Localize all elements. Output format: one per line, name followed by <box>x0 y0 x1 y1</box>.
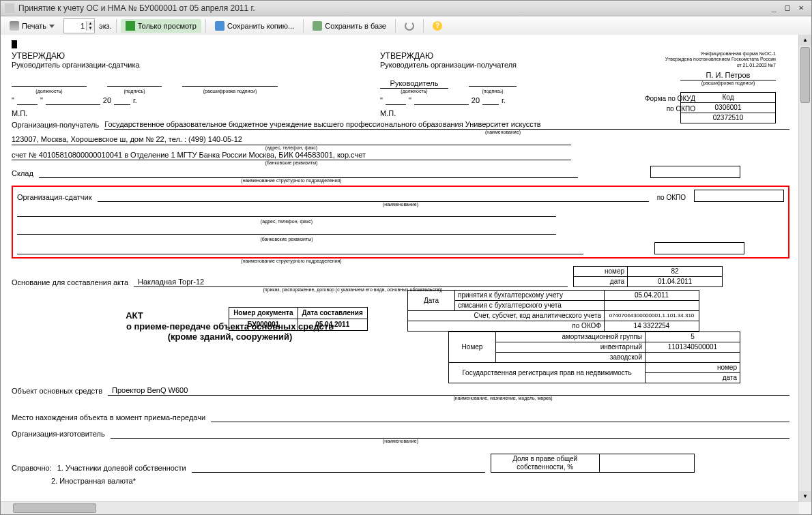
account-val: 07407064300000001.1.101.34.310 <box>605 311 699 321</box>
name-hint-1: (наименование) <box>216 130 789 135</box>
scroll-thumb-h[interactable] <box>13 503 96 513</box>
only-view-label: Только просмотр <box>138 22 197 30</box>
q4: " <box>409 96 411 105</box>
signer-name: П. И. Петров <box>680 71 776 80</box>
q: " <box>12 96 14 105</box>
printer-icon <box>10 21 19 31</box>
database-icon <box>313 21 322 31</box>
save-copy-label: Сохранить копию... <box>227 22 294 30</box>
amort-label: амортизационной группы <box>496 332 646 342</box>
save-db-label: Сохранить в базе <box>325 22 386 30</box>
save-db-button[interactable]: Сохранить в базе <box>308 19 391 33</box>
scroll-down-arrow[interactable]: ▼ <box>799 491 811 502</box>
spin-down[interactable]: ▼ <box>86 26 94 31</box>
form-approved: Утверждена постановлением Госкомстата Ро… <box>598 57 776 62</box>
bank-hint-2: (банковские реквизиты) <box>17 237 556 242</box>
okud-label: Форма по ОКУД <box>645 95 695 103</box>
factory-label: заводской <box>496 353 646 363</box>
bank-hint: (банковские реквизиты) <box>12 160 571 166</box>
address-hint: (адрес, телефон, факс) <box>12 145 571 151</box>
copies-spinner[interactable]: ▲▼ <box>63 18 95 33</box>
toolbar: Печать ▲▼ экз. Только просмотр Сохранить… <box>1 16 811 36</box>
yp: 20 <box>103 96 111 105</box>
accept-label: принятия к бухгалтерскому учету <box>455 291 605 301</box>
sh2: (подпись) <box>469 89 517 94</box>
scroll-thumb-v[interactable] <box>800 47 810 103</box>
receiver-label: Организация-получатель <box>12 121 99 130</box>
ref-label: Справочно: <box>12 464 52 473</box>
ref-item2: 2. Иностранная валюта* <box>51 477 136 486</box>
bank: счет № 40105810800000010041 в Отделение … <box>12 151 571 160</box>
doc-date-label: Дата составления <box>298 308 367 319</box>
help-button[interactable]: ? <box>428 19 447 33</box>
doc-num-label: Номер документа <box>229 308 298 319</box>
inv-val: 1101340500001 <box>646 342 740 353</box>
refresh-button[interactable] <box>400 19 419 33</box>
location-label: Место нахождения объекта в момент приема… <box>12 413 205 422</box>
amort-val: 5 <box>646 332 740 342</box>
okof-val: 14 3322254 <box>605 321 699 332</box>
sign-hint: (подпись) <box>107 89 162 94</box>
object-label: Объект основных средств <box>12 387 102 396</box>
act-sub2: (кроме зданий, сооружений) <box>168 332 293 342</box>
dept-hint-2: (наименование структурного подразделения… <box>12 259 571 264</box>
warehouse-code-cell <box>650 166 740 178</box>
print-button[interactable]: Печать <box>5 19 59 33</box>
sender-label: Организация-сдатчик <box>17 193 92 202</box>
mp-right: М.П. <box>380 109 598 118</box>
writeoff-label: списания с бухгалтерского учета <box>455 301 605 311</box>
q3: " <box>380 96 383 105</box>
copies-input[interactable] <box>64 22 86 30</box>
copies-suffix: экз. <box>99 22 112 30</box>
yp2: 20 <box>472 96 480 105</box>
director: Руководитель <box>380 79 448 89</box>
share-label: Доля в праве общей собственности, % <box>491 454 599 473</box>
q2: " <box>40 96 43 105</box>
app-icon <box>5 3 14 13</box>
cursor-mark <box>12 40 17 48</box>
dept-hint-1: (наименование структурного подразделения… <box>12 178 571 183</box>
sender-block-highlight: Организация-сдатчик по ОКПО (наименовани… <box>12 186 789 259</box>
address-hint-2: (адрес, телефон, факс) <box>17 219 556 224</box>
act-sub1: о приеме-передаче объекта основных средс… <box>126 321 334 332</box>
approve-title-right: УТВЕРЖДАЮ <box>380 51 598 61</box>
basis-date: 01.04.2011 <box>628 276 723 286</box>
sender-dept-code <box>654 242 744 254</box>
name-hint: (расшифровка подписи) <box>182 89 278 94</box>
basis-num-label: номер <box>574 266 628 276</box>
save-copy-button[interactable]: Сохранить копию... <box>210 19 299 33</box>
receiver-head-label: Руководитель организации-получателя <box>380 61 598 70</box>
maximize-button[interactable]: □ <box>781 3 794 14</box>
document-viewport[interactable]: УТВЕРЖДАЮ Руководитель организации-сдатч… <box>1 35 811 502</box>
help-icon: ? <box>433 21 442 31</box>
okpo-label-2: по ОКПО <box>657 194 686 202</box>
minimize-button[interactable]: _ <box>768 3 780 14</box>
reg-num-label: номер <box>646 363 740 373</box>
print-label: Печать <box>22 22 46 30</box>
act-title: АКТ <box>126 310 143 321</box>
only-view-button[interactable]: Только просмотр <box>121 19 201 33</box>
sender-okpo-cell <box>694 190 784 202</box>
signer-hint: (расшифровка подписи) <box>680 80 776 86</box>
basis-num: 82 <box>628 266 723 276</box>
spin-up[interactable]: ▲ <box>86 21 94 26</box>
object-name: Проектор BenQ W600 <box>108 386 789 396</box>
scroll-up-arrow[interactable]: ▲ <box>799 35 811 46</box>
okpo-label: по ОКПО <box>667 105 695 113</box>
table-icon <box>126 21 135 31</box>
window-title: Принятие к учету ОС и НМА № БУ000001 от … <box>18 3 255 13</box>
ys2: г. <box>502 96 506 105</box>
ys: г. <box>133 96 137 105</box>
ref-item1: 1. Участники долевой собственности <box>57 464 186 473</box>
close-button[interactable]: ✕ <box>795 3 807 14</box>
inv-label: инвентарный <box>496 342 646 353</box>
object-hint: (наименование, назначение, модель, марка… <box>216 396 789 401</box>
vertical-scrollbar[interactable]: ▲ ▼ <box>798 35 811 502</box>
basis-date-label: дата <box>574 276 628 286</box>
sender-head-label: Руководитель организации-сдатчика <box>12 61 380 70</box>
chevron-down-icon <box>49 25 55 28</box>
address: 123007, Москва, Хорошевское ш, дом № 22,… <box>12 135 571 145</box>
approve-title-left: УТВЕРЖДАЮ <box>12 51 380 61</box>
ph2: (должность) <box>380 89 448 94</box>
horizontal-scrollbar[interactable] <box>1 501 799 514</box>
